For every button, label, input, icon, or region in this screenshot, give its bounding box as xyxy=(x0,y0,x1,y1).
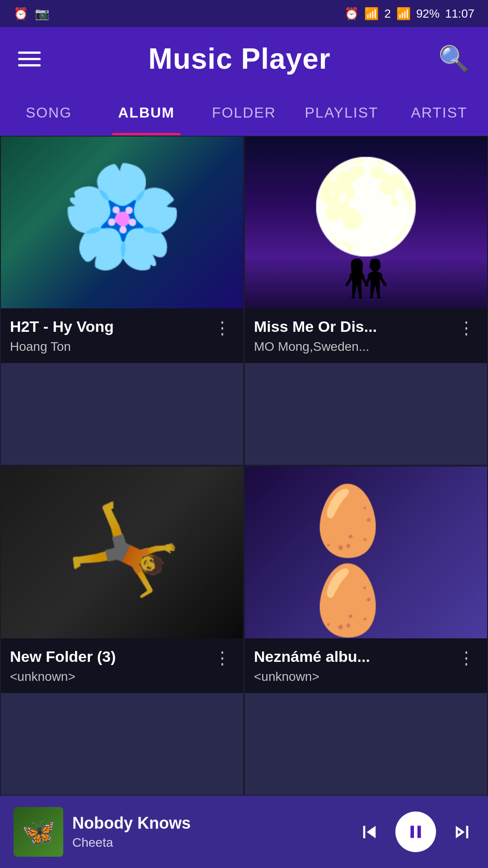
notification-badge: 2 xyxy=(384,7,390,21)
now-playing-title: Nobody Knows xyxy=(72,814,348,833)
album-name-1: H2T - Hy Vong xyxy=(10,317,211,336)
alarm-icon-2: ⏰ xyxy=(344,7,359,21)
status-right-icons: ⏰ 📶 2 📶 92% 11:07 xyxy=(344,7,474,21)
album-artist-1: Hoang Ton xyxy=(10,340,211,354)
album-name-3: New Folder (3) xyxy=(10,647,211,666)
now-playing-artist: Cheeta xyxy=(72,835,348,850)
album-more-button-3[interactable]: ⋮ xyxy=(211,647,234,669)
app-header: Music Player 🔍 xyxy=(0,27,488,90)
album-artist-4: <unknown> xyxy=(254,670,455,684)
wifi-icon: 📶 xyxy=(364,7,379,21)
album-more-button-2[interactable]: ⋮ xyxy=(455,317,478,339)
alarm-icon: ⏰ xyxy=(14,7,28,21)
now-playing-bar: 🦋 Nobody Knows Cheeta xyxy=(0,796,488,868)
status-bar: ⏰ 📷 ⏰ 📶 2 📶 92% 11:07 xyxy=(0,0,488,27)
thumbnail-icon: 🦋 xyxy=(22,816,56,848)
tab-playlist[interactable]: PLAYLIST xyxy=(293,90,390,135)
album-info-1: H2T - Hy Vong Hoang Ton ⋮ xyxy=(1,308,243,363)
time-display: 11:07 xyxy=(445,7,474,21)
album-info-4: Neznámé albu... <unknown> ⋮ xyxy=(245,638,487,693)
album-more-button-1[interactable]: ⋮ xyxy=(211,317,234,339)
album-cover-4 xyxy=(245,467,487,638)
pause-button[interactable] xyxy=(395,811,436,852)
tab-artist[interactable]: ARTIST xyxy=(390,90,488,135)
tab-bar: SONG ALBUM FOLDER PLAYLIST ARTIST xyxy=(0,90,488,136)
album-card-2[interactable]: Miss Me Or Dis... MO Mong,Sweden... ⋮ xyxy=(244,136,488,466)
album-card-1[interactable]: H2T - Hy Vong Hoang Ton ⋮ xyxy=(0,136,244,466)
camera-icon: 📷 xyxy=(35,7,49,21)
prev-button[interactable] xyxy=(357,820,382,844)
album-cover-2 xyxy=(245,137,487,308)
app-title: Music Player xyxy=(148,42,330,75)
album-artist-2: MO Mong,Sweden... xyxy=(254,340,455,354)
next-button[interactable] xyxy=(450,820,474,844)
player-controls xyxy=(357,811,474,852)
album-cover-1 xyxy=(1,137,243,308)
album-artist-3: <unknown> xyxy=(10,670,211,684)
status-left-icons: ⏰ 📷 xyxy=(14,7,49,21)
now-playing-thumbnail[interactable]: 🦋 xyxy=(14,807,63,857)
album-name-2: Miss Me Or Dis... xyxy=(254,317,455,336)
tab-song[interactable]: SONG xyxy=(0,90,98,135)
signal-icon: 📶 xyxy=(396,7,411,21)
album-card-4[interactable]: Neznámé albu... <unknown> ⋮ xyxy=(244,466,488,796)
tab-folder[interactable]: FOLDER xyxy=(195,90,293,135)
album-info-2: Miss Me Or Dis... MO Mong,Sweden... ⋮ xyxy=(245,308,487,363)
album-card-3[interactable]: New Folder (3) <unknown> ⋮ xyxy=(0,466,244,796)
album-name-4: Neznámé albu... xyxy=(254,647,455,666)
album-more-button-4[interactable]: ⋮ xyxy=(455,647,478,669)
album-cover-3 xyxy=(1,467,243,638)
album-grid: H2T - Hy Vong Hoang Ton ⋮ Miss Me Or Dis… xyxy=(0,136,488,796)
tab-album[interactable]: ALBUM xyxy=(98,90,195,135)
album-info-3: New Folder (3) <unknown> ⋮ xyxy=(1,638,243,693)
hamburger-menu-button[interactable] xyxy=(18,52,41,66)
battery-icon: 92% xyxy=(416,7,440,21)
search-button[interactable]: 🔍 xyxy=(438,44,470,74)
now-playing-info: Nobody Knows Cheeta xyxy=(72,814,348,850)
